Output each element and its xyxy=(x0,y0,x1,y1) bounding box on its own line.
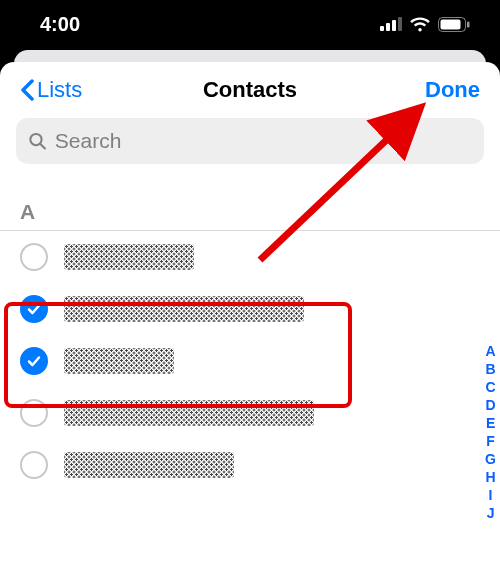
svg-rect-2 xyxy=(392,20,396,31)
contact-row[interactable] xyxy=(0,439,500,491)
index-letter[interactable]: F xyxy=(486,432,495,450)
index-letter[interactable]: D xyxy=(485,396,495,414)
svg-rect-6 xyxy=(467,21,470,27)
contact-name-redacted xyxy=(64,452,234,478)
contact-name-redacted xyxy=(64,244,194,270)
status-indicators xyxy=(380,16,470,32)
back-label: Lists xyxy=(37,77,82,103)
cellular-icon xyxy=(380,17,402,31)
checkbox-checked[interactable] xyxy=(20,347,48,375)
index-letter[interactable]: E xyxy=(486,414,495,432)
chevron-left-icon xyxy=(20,79,35,101)
search-input[interactable] xyxy=(55,129,472,153)
status-time: 4:00 xyxy=(40,13,80,36)
contact-row[interactable] xyxy=(0,387,500,439)
index-letter[interactable]: J xyxy=(487,504,495,522)
search-field[interactable] xyxy=(16,118,484,164)
index-letter[interactable]: G xyxy=(485,450,496,468)
back-button[interactable]: Lists xyxy=(20,77,82,103)
alphabet-index[interactable]: ABCDEFGHIJ xyxy=(485,342,496,522)
index-letter[interactable]: C xyxy=(485,378,495,396)
checkmark-icon xyxy=(26,353,42,369)
wifi-icon xyxy=(409,16,431,32)
contact-name-redacted xyxy=(64,296,304,322)
index-letter[interactable]: B xyxy=(485,360,495,378)
contact-name-redacted xyxy=(64,348,174,374)
contact-name-redacted xyxy=(64,400,314,426)
svg-rect-0 xyxy=(380,26,384,31)
battery-icon xyxy=(438,17,470,32)
contact-list xyxy=(0,231,500,491)
search-icon xyxy=(28,131,47,151)
contact-row[interactable] xyxy=(0,231,500,283)
svg-rect-3 xyxy=(398,17,402,31)
contact-row[interactable] xyxy=(0,283,500,335)
checkbox-unchecked[interactable] xyxy=(20,451,48,479)
checkmark-icon xyxy=(26,301,42,317)
svg-rect-5 xyxy=(441,19,461,29)
index-letter[interactable]: I xyxy=(489,486,493,504)
contact-row[interactable] xyxy=(0,335,500,387)
section-header: A xyxy=(0,164,500,231)
checkbox-unchecked[interactable] xyxy=(20,243,48,271)
contacts-sheet: Lists Contacts Done A ABCDEFGHIJ xyxy=(0,62,500,572)
nav-bar: Lists Contacts Done xyxy=(0,62,500,118)
svg-rect-1 xyxy=(386,23,390,31)
done-button[interactable]: Done xyxy=(425,77,480,103)
index-letter[interactable]: A xyxy=(485,342,495,360)
svg-line-8 xyxy=(40,144,45,149)
status-bar: 4:00 xyxy=(0,0,500,48)
index-letter[interactable]: H xyxy=(485,468,495,486)
checkbox-unchecked[interactable] xyxy=(20,399,48,427)
checkbox-checked[interactable] xyxy=(20,295,48,323)
